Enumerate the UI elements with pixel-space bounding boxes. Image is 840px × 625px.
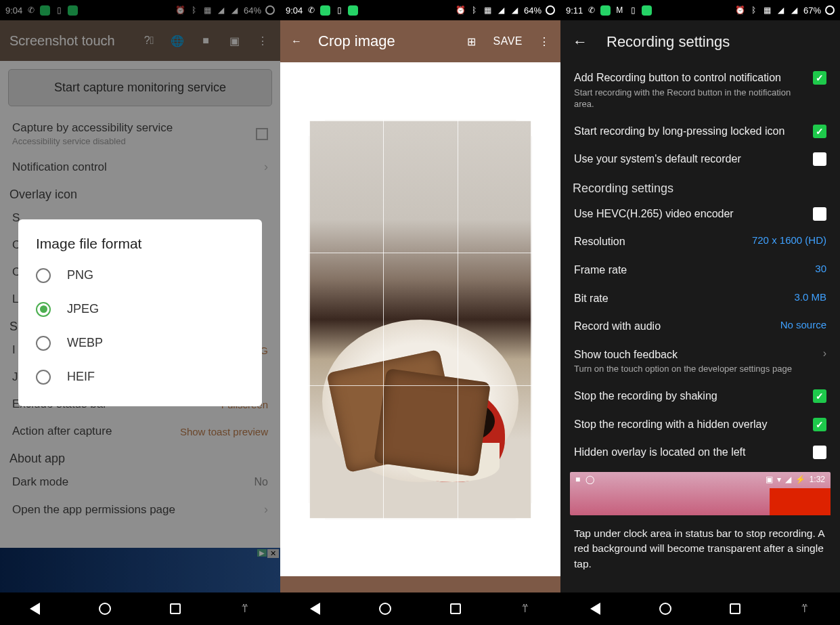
crop-title: Crop image — [318, 33, 450, 50]
home-button[interactable] — [372, 595, 399, 622]
crop-grid[interactable] — [309, 120, 532, 519]
video-rec-icon: ■ — [575, 475, 580, 484]
status-time: 9:11 — [566, 5, 583, 16]
home-button[interactable] — [652, 595, 679, 622]
crop-handle-tl[interactable] — [307, 118, 325, 136]
checkbox-on-icon[interactable]: ✓ — [813, 125, 826, 138]
crop-app-bar: ← Crop image ⊞ SAVE ⋮ — [280, 20, 560, 62]
radio-icon[interactable] — [36, 336, 51, 351]
stop-overlay[interactable] — [770, 488, 831, 515]
whatsapp-icon: ✆ — [587, 5, 596, 15]
overflow-icon[interactable]: ⋮ — [536, 33, 552, 49]
signal-icon: ◢ — [785, 475, 791, 484]
battery-icon — [546, 5, 555, 15]
hidden-left-label: Hidden overlay is located on the left — [574, 445, 806, 460]
default-recorder-row[interactable]: Use your system's default recorder — [570, 145, 831, 173]
nav-bar: ⍡ — [560, 592, 840, 625]
signal-4g-icon: ◢ — [510, 5, 520, 15]
back-button[interactable] — [582, 595, 609, 622]
bitrate-row[interactable]: Bit rate 3.0 MB — [570, 284, 831, 313]
recording-preview-bar: ■ ◯ ▣ ▾ ◢ ⚡ 1:32 — [570, 472, 831, 515]
audio-label: Record with audio — [574, 319, 774, 334]
shake-row[interactable]: Stop the recording by shaking ✓ — [570, 382, 831, 410]
format-label: HEIF — [67, 370, 95, 384]
signal-icon: ◢ — [497, 5, 506, 15]
status-time: 9:04 — [286, 5, 303, 16]
audio-row[interactable]: Record with audio No source — [570, 312, 831, 341]
checkbox-on-icon[interactable]: ✓ — [813, 418, 826, 431]
framerate-row[interactable]: Frame rate 30 — [570, 256, 831, 284]
add-recording-button-row[interactable]: Add Recording button to control notifica… — [570, 64, 831, 117]
radio-checked-icon[interactable] — [36, 302, 51, 317]
recording-settings-screen: 9:11 ✆ M ▯ ⏰ ᛒ ▦ ◢ ◢ 67% ← Recording set… — [560, 0, 840, 625]
signal-4g-icon: ◢ — [790, 5, 799, 15]
hidden-left-row[interactable]: Hidden overlay is located on the left — [570, 438, 831, 467]
hevc-label: Use HEVC(H.265) video encoder — [574, 207, 806, 221]
format-label: JPEG — [67, 302, 99, 316]
resolution-value: 720 x 1600 (HD) — [752, 234, 826, 246]
status-bar: 9:11 ✆ M ▯ ⏰ ᛒ ▦ ◢ ◢ 67% — [560, 0, 840, 20]
back-button[interactable] — [22, 595, 49, 622]
back-button[interactable] — [302, 595, 329, 622]
radio-icon[interactable] — [36, 370, 51, 385]
format-option-webp[interactable]: WEBP — [18, 326, 262, 360]
recents-button[interactable] — [442, 595, 469, 622]
checkbox-off-icon[interactable] — [813, 152, 826, 166]
touch-feedback-row[interactable]: Show touch feedback Turn on the touch op… — [570, 341, 831, 382]
hevc-row[interactable]: Use HEVC(H.265) video encoder — [570, 200, 831, 228]
notif-icon: ▯ — [628, 5, 638, 15]
notif-icon: ▯ — [334, 5, 344, 15]
back-arrow-icon[interactable]: ← — [288, 33, 305, 49]
dialog-overlay[interactable]: Image file format PNG JPEG WEBP HEIF — [0, 0, 280, 625]
home-button[interactable] — [91, 595, 118, 622]
resolution-row[interactable]: Resolution 720 x 1600 (HD) — [570, 228, 831, 256]
cast-icon: ▣ — [766, 475, 773, 484]
checkbox-on-icon[interactable]: ✓ — [813, 71, 826, 85]
longpress-row[interactable]: Start recording by long-pressing locked … — [570, 117, 831, 146]
crop-handle-bl[interactable] — [307, 503, 325, 521]
hidden-overlay-row[interactable]: Stop the recording with a hidden overlay… — [570, 410, 831, 439]
format-label: WEBP — [67, 336, 103, 350]
app-icon — [600, 5, 611, 16]
dialog-title: Image file format — [18, 236, 262, 259]
photo-preview[interactable] — [309, 120, 532, 519]
touch-label: Show touch feedback — [574, 347, 816, 362]
recents-button[interactable] — [162, 595, 189, 622]
app-icon — [320, 5, 330, 16]
nav-bar: ⍡ — [0, 592, 280, 625]
radio-icon[interactable] — [36, 268, 51, 283]
pink-time: 1:32 — [810, 475, 825, 484]
recording-app-bar: ← Recording settings — [560, 20, 840, 64]
battery-percent: 64% — [524, 5, 541, 16]
bluetooth-icon: ᛒ — [749, 5, 759, 15]
format-option-heif[interactable]: HEIF — [18, 360, 262, 394]
alarm-icon: ⏰ — [456, 5, 466, 15]
resolution-label: Resolution — [574, 234, 745, 249]
format-option-jpeg[interactable]: JPEG — [18, 293, 262, 326]
accessibility-nav-icon[interactable]: ⍡ — [231, 595, 259, 622]
app-icon-2 — [642, 5, 652, 16]
add-rec-sub: Start recording with the Record button i… — [574, 87, 806, 110]
bitrate-value: 3.0 MB — [794, 291, 826, 303]
format-option-png[interactable]: PNG — [18, 259, 262, 293]
checkbox-on-icon[interactable]: ✓ — [813, 389, 826, 403]
accessibility-nav-icon[interactable]: ⍡ — [791, 595, 818, 622]
recents-button[interactable] — [722, 595, 749, 622]
crop-canvas[interactable] — [280, 62, 560, 576]
chevron-right-icon: › — [823, 347, 826, 360]
recording-title: Recording settings — [606, 33, 730, 51]
circle-icon: ◯ — [585, 475, 594, 484]
longpress-label: Start recording by long-pressing locked … — [574, 124, 806, 139]
accessibility-nav-icon[interactable]: ⍡ — [512, 595, 539, 622]
whatsapp-icon: ✆ — [307, 5, 316, 15]
lte-icon: ▦ — [483, 5, 493, 15]
crop-handle-tr[interactable] — [516, 118, 533, 136]
aspect-ratio-icon[interactable]: ⊞ — [464, 33, 480, 49]
checkbox-off-icon[interactable] — [813, 207, 826, 221]
checkbox-off-icon[interactable] — [813, 446, 826, 459]
battery-icon — [825, 5, 835, 15]
back-arrow-icon[interactable]: ← — [573, 33, 588, 51]
save-button[interactable]: SAVE — [493, 35, 523, 47]
recording-settings-header: Recording settings — [570, 173, 831, 200]
crop-handle-br[interactable] — [516, 503, 533, 521]
